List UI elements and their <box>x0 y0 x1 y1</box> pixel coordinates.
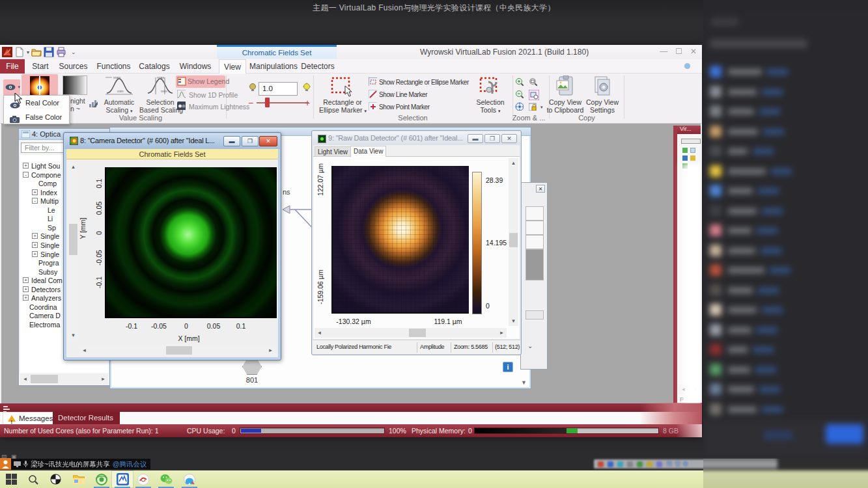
tree-item[interactable]: Analyzers <box>31 294 61 303</box>
scroll-arrow[interactable]: ▾ <box>68 331 78 340</box>
ribbon-tab-sources[interactable]: Sources <box>58 59 89 74</box>
scroll-thumb[interactable] <box>409 329 426 337</box>
taskbar-icon-pinwheel[interactable] <box>44 470 66 488</box>
tree-item[interactable]: Li <box>48 215 53 223</box>
taskbar-icon-start[interactable] <box>0 470 22 488</box>
participant-row[interactable] <box>707 400 863 420</box>
participant-row[interactable] <box>707 241 863 261</box>
ribbon-tab-functions[interactable]: Functions <box>96 59 131 74</box>
camera-close-button[interactable]: ✕ <box>259 136 277 146</box>
camera-minimize-button[interactable]: ▬ <box>223 136 240 146</box>
participant-row[interactable] <box>707 102 863 122</box>
raw-restore-button[interactable]: ❐ <box>484 134 500 143</box>
tree-item[interactable]: Compone <box>31 171 61 180</box>
participant-row[interactable] <box>707 321 863 340</box>
zoom-in-icon[interactable] <box>515 77 524 86</box>
app-titlebar[interactable]: ▾ ⌄ Chromatic Fields Set Wyrowski Virtua… <box>0 45 702 59</box>
tree-expand-toggle[interactable]: + <box>32 189 38 195</box>
tree-expand-toggle[interactable]: + <box>23 295 29 301</box>
brightness-minus-button[interactable]: − <box>248 98 253 108</box>
scroll-arrow[interactable]: ▾ <box>509 316 518 326</box>
contextual-tab-header[interactable]: Chromatic Fields Set <box>217 45 337 59</box>
qat-more-caret[interactable]: ⌄ <box>71 49 76 55</box>
zoom-selection-icon[interactable] <box>529 90 539 100</box>
tree-item[interactable]: Sp <box>48 224 56 232</box>
participant-row[interactable] <box>707 301 863 320</box>
taskbar-icon-meeting-round[interactable] <box>132 470 154 488</box>
ribbon-tab-start[interactable]: Start <box>29 59 52 74</box>
minimize-button[interactable]: — <box>660 47 667 56</box>
scroll-thumb[interactable] <box>31 375 58 383</box>
menu-item-false-color[interactable]: False Color <box>4 110 69 124</box>
share-bar-meeting-link[interactable]: @腾讯会议 <box>113 459 147 469</box>
tree-item[interactable]: Multip <box>40 197 59 206</box>
tree-expand-toggle[interactable]: + <box>32 251 38 257</box>
selection-based-scaling-button[interactable]: SelectionBased Scaling <box>139 98 181 114</box>
new-document-icon[interactable] <box>14 47 25 57</box>
brightness-slider-track[interactable] <box>257 102 309 103</box>
tree-expand-toggle[interactable]: + <box>23 286 29 292</box>
setup-node-hexagon[interactable] <box>242 359 262 375</box>
tree-item[interactable]: Detectors <box>31 286 61 294</box>
tree-item[interactable]: Single <box>40 241 59 250</box>
show-point-marker-button[interactable]: Show Point Marker <box>379 103 430 111</box>
open-icon[interactable] <box>31 47 42 57</box>
tab-light-view[interactable]: Light View <box>315 146 351 157</box>
scroll-thumb[interactable] <box>166 346 192 355</box>
participant-row[interactable] <box>707 162 863 182</box>
taskbar-icon-search[interactable] <box>22 470 44 488</box>
scroll-thumb[interactable] <box>509 233 518 247</box>
dialog-chevron-icon[interactable]: ⌄ <box>527 342 533 349</box>
zoom-window-icon[interactable] <box>529 77 537 86</box>
participant-row[interactable] <box>707 281 863 301</box>
tree-item[interactable]: Index <box>40 189 57 197</box>
ribbon-tab-catalogs[interactable]: Catalogs <box>138 59 171 74</box>
raw-v-scrollbar[interactable]: ▴▾ <box>509 158 518 326</box>
tree-expand-toggle[interactable]: + <box>32 242 38 248</box>
tree-item[interactable]: Light Sou <box>31 162 60 170</box>
messages-panel-header[interactable] <box>0 403 702 412</box>
tray-icon-purple[interactable] <box>656 461 662 467</box>
help-icon[interactable] <box>684 63 690 69</box>
show-legend-button[interactable]: Show Legend <box>176 75 225 88</box>
participant-row[interactable] <box>707 62 863 82</box>
participant-row[interactable] <box>707 380 863 400</box>
tray-icon-red[interactable] <box>598 461 604 467</box>
brightness-plus-button[interactable]: + <box>305 98 310 108</box>
participant-row[interactable] <box>707 360 863 380</box>
camera-plot[interactable] <box>105 167 277 318</box>
close-button[interactable]: ✕ <box>690 47 697 56</box>
raw-window-titlebar[interactable]: 9: "Raw Data Detector" (# 601) after "Id… <box>313 131 520 145</box>
scroll-thumb[interactable] <box>69 224 77 255</box>
scroll-arrow[interactable]: ▸ <box>266 346 275 355</box>
raw-minimize-button[interactable]: ▬ <box>468 134 483 143</box>
automatic-scaling-button[interactable]: AutomaticScaling ▾ <box>99 98 139 115</box>
tree-item[interactable]: Coordina <box>29 303 57 312</box>
raw-h-scrollbar[interactable]: ◂▸ <box>315 328 507 338</box>
tab-data-view[interactable]: Data View <box>350 146 386 157</box>
scroll-arrow[interactable]: ▴ <box>509 158 518 168</box>
tray-icon-green[interactable] <box>637 461 643 467</box>
meeting-secondary-button[interactable] <box>764 431 792 440</box>
maximum-lightness-button[interactable]: Maximum Lightness <box>189 103 249 111</box>
tree-item[interactable]: Single <box>40 251 59 259</box>
participant-row[interactable] <box>707 202 863 221</box>
tree-item[interactable]: Subsy <box>38 268 57 277</box>
tab-messages[interactable]: Messages <box>3 412 60 424</box>
scroll-arrow[interactable]: ▴ <box>68 162 78 172</box>
zoom-out-icon[interactable] <box>515 90 524 98</box>
save-icon[interactable] <box>44 47 54 57</box>
scroll-arrow[interactable]: ◂ <box>79 346 89 355</box>
tree-item[interactable]: Comp <box>38 180 57 188</box>
grayscale-icon[interactable] <box>63 75 87 95</box>
show-rect-marker-button[interactable]: Show Rectangle or Ellipse Marker <box>379 79 469 86</box>
tree-item[interactable]: Ideal Com <box>31 277 63 285</box>
meeting-action-button[interactable] <box>826 424 863 444</box>
explorer-side-titlebar[interactable]: Vir... <box>677 126 701 134</box>
print-icon[interactable] <box>56 47 66 57</box>
taskbar-icon-qq[interactable] <box>178 470 201 488</box>
ribbon-tab-view[interactable]: View <box>219 59 246 74</box>
participant-row[interactable] <box>707 221 863 241</box>
participant-row[interactable] <box>707 261 863 280</box>
ribbon-tab-windows[interactable]: Windows <box>178 59 212 74</box>
